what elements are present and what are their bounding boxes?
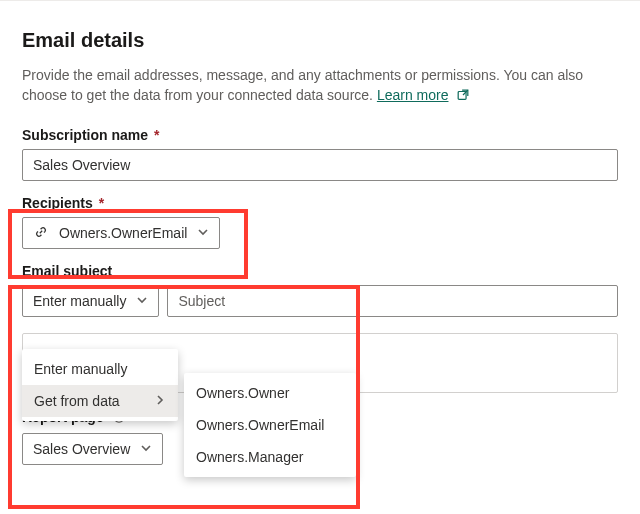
recipients-chip-label: Owners.OwnerEmail <box>59 225 187 241</box>
chevron-right-icon <box>154 393 166 409</box>
email-subject-input[interactable] <box>167 285 618 317</box>
submenu-item-owners-owneremail[interactable]: Owners.OwnerEmail <box>184 409 356 441</box>
subscription-name-label: Subscription name * <box>22 127 618 143</box>
chevron-down-icon <box>197 225 209 241</box>
description-text: Provide the email addresses, message, an… <box>22 67 583 103</box>
required-marker: * <box>99 195 104 211</box>
learn-more-link[interactable]: Learn more <box>377 87 449 103</box>
report-page-value: Sales Overview <box>33 441 130 457</box>
link-icon <box>33 224 49 243</box>
required-marker: * <box>154 127 159 143</box>
email-subject-label: Email subject <box>22 263 618 279</box>
submenu-item-owners-manager[interactable]: Owners.Manager <box>184 441 356 473</box>
report-page-dropdown[interactable]: Sales Overview <box>22 433 163 465</box>
email-subject-mode-label: Enter manually <box>33 293 126 309</box>
page-title: Email details <box>22 29 618 52</box>
chevron-down-icon <box>140 441 152 457</box>
menu-item-get-from-data[interactable]: Get from data <box>22 385 178 417</box>
recipients-chip[interactable]: Owners.OwnerEmail <box>22 217 220 249</box>
email-subject-mode-dropdown[interactable]: Enter manually <box>22 285 159 317</box>
external-link-icon <box>456 88 470 108</box>
menu-item-enter-manually[interactable]: Enter manually <box>22 353 178 385</box>
subject-data-submenu: Owners.Owner Owners.OwnerEmail Owners.Ma… <box>184 373 356 477</box>
page-description: Provide the email addresses, message, an… <box>22 66 618 107</box>
recipients-label: Recipients * <box>22 195 618 211</box>
submenu-item-owners-owner[interactable]: Owners.Owner <box>184 377 356 409</box>
chevron-down-icon <box>136 293 148 309</box>
subject-mode-menu: Enter manually Get from data <box>22 349 178 421</box>
subscription-name-input[interactable] <box>22 149 618 181</box>
